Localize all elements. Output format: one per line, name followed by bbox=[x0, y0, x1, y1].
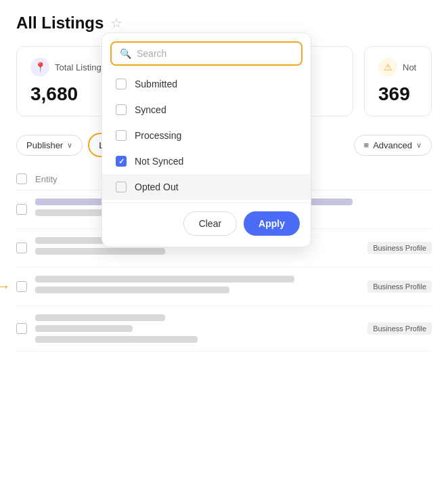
option-opted-out-label: Opted Out bbox=[135, 182, 179, 192]
row-4-checkbox[interactable] bbox=[16, 323, 27, 334]
total-listings-label: Total Listings bbox=[55, 62, 106, 72]
favorite-star-icon[interactable]: ☆ bbox=[110, 15, 122, 31]
table-row: → Business Profile bbox=[16, 268, 432, 306]
row-3-name bbox=[35, 276, 294, 282]
funnel-icon: ≡ bbox=[364, 140, 369, 150]
listing-status-dropdown: 🔍 Submitted Synced Processing Not Synced bbox=[102, 33, 311, 247]
row-3-sub bbox=[35, 287, 229, 293]
dropdown-search-input[interactable] bbox=[137, 48, 293, 59]
page-title: All Listings bbox=[16, 14, 104, 33]
option-synced-label: Synced bbox=[135, 104, 166, 115]
option-submitted-checkbox[interactable] bbox=[116, 79, 127, 89]
option-opted-out[interactable]: Opted Out bbox=[102, 174, 311, 200]
option-opted-out-checkbox[interactable] bbox=[116, 182, 127, 192]
option-processing-label: Processing bbox=[135, 130, 181, 141]
row-4-sub2 bbox=[35, 336, 198, 343]
apply-button[interactable]: Apply bbox=[244, 211, 300, 236]
dropdown-search-icon: 🔍 bbox=[120, 48, 131, 59]
dropdown-footer: Clear Apply bbox=[102, 203, 311, 238]
stat-card-not: ⚠ Not 369 bbox=[364, 46, 432, 117]
option-processing-checkbox[interactable] bbox=[116, 130, 127, 141]
not-synced-warning-icon: ⚠ bbox=[378, 58, 397, 77]
option-not-synced[interactable]: Not Synced bbox=[102, 148, 311, 174]
publisher-chevron-icon: ∨ bbox=[67, 141, 72, 150]
total-listings-icon: 📍 bbox=[30, 58, 49, 77]
row-4-name bbox=[35, 314, 165, 321]
row-4-content bbox=[35, 314, 359, 343]
option-not-synced-checkbox[interactable] bbox=[116, 156, 127, 167]
dropdown-search-container: 🔍 bbox=[110, 41, 303, 66]
select-all-checkbox[interactable] bbox=[16, 173, 27, 184]
advanced-filter-button[interactable]: ≡ Advanced ∨ bbox=[354, 135, 432, 156]
clear-button[interactable]: Clear bbox=[183, 211, 237, 236]
publisher-filter-button[interactable]: Publisher ∨ bbox=[16, 135, 83, 156]
row-3-tag: Business Profile bbox=[367, 280, 432, 293]
dropdown-options-list: Submitted Synced Processing Not Synced O… bbox=[102, 71, 311, 200]
not-synced-short-label: Not bbox=[403, 62, 416, 72]
row-1-checkbox[interactable] bbox=[16, 204, 27, 215]
option-processing[interactable]: Processing bbox=[102, 123, 311, 148]
row-2-checkbox[interactable] bbox=[16, 243, 27, 253]
table-row: Business Profile bbox=[16, 306, 432, 352]
row-3-content bbox=[35, 276, 359, 297]
row-3-checkbox[interactable] bbox=[16, 281, 27, 292]
advanced-filter-label: Advanced bbox=[373, 140, 412, 150]
option-synced[interactable]: Synced bbox=[102, 97, 311, 123]
publisher-filter-label: Publisher bbox=[26, 140, 63, 150]
row-2-tag: Business Profile bbox=[367, 242, 432, 254]
arrow-indicator-icon: → bbox=[0, 278, 11, 295]
row-4-sub1 bbox=[35, 325, 133, 332]
option-submitted-label: Submitted bbox=[135, 79, 177, 89]
row-4-tag: Business Profile bbox=[367, 322, 432, 335]
option-not-synced-label: Not Synced bbox=[135, 156, 183, 167]
option-submitted[interactable]: Submitted bbox=[102, 71, 311, 97]
advanced-chevron-icon: ∨ bbox=[416, 141, 422, 150]
page-header: All Listings ☆ bbox=[16, 14, 432, 33]
not-synced-value: 369 bbox=[378, 83, 418, 105]
entity-column-header: Entity bbox=[35, 174, 58, 184]
option-synced-checkbox[interactable] bbox=[116, 104, 127, 115]
row-2-sub bbox=[35, 248, 165, 255]
